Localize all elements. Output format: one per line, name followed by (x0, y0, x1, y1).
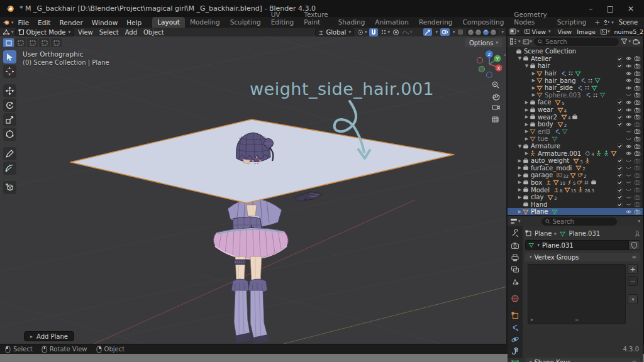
hide-viewport-toggle[interactable] (625, 136, 632, 142)
add-vertex-group-button[interactable]: + (628, 264, 638, 274)
hide-viewport-toggle[interactable] (625, 55, 632, 62)
overlays-dropdown-chevron[interactable]: ▾ (453, 30, 455, 35)
properties-tab-object[interactable] (508, 310, 523, 321)
show-overlays-toggle[interactable] (440, 28, 450, 36)
viewport-menu-add[interactable]: Add (122, 29, 140, 36)
exclude-checkbox[interactable] (616, 187, 623, 193)
outliner-row-model[interactable]: ▶Model81526.3 (508, 186, 643, 194)
blender-menu-icon[interactable]: ▾ (3, 19, 14, 26)
tool-add-cube-button[interactable] (3, 181, 16, 194)
falloff-dropdown[interactable]: ▾ (402, 29, 413, 35)
hide-viewport-toggle[interactable] (625, 172, 632, 178)
outliner-row-wear2[interactable]: ▶wear24 (508, 113, 643, 121)
gizmos-dropdown-chevron[interactable]: ▾ (435, 30, 438, 35)
hide-viewport-toggle[interactable] (625, 158, 632, 164)
workspace-tab-shading[interactable]: Shading (333, 17, 370, 28)
tool-select-box-button[interactable] (3, 50, 16, 63)
editor-type-icon[interactable]: ▾ (3, 29, 14, 36)
new-collection-icon[interactable] (633, 38, 640, 45)
pivot-point-dropdown[interactable]: ▾ (357, 29, 367, 36)
hide-viewport-toggle[interactable] (625, 165, 632, 171)
hide-viewport-toggle[interactable] (625, 99, 632, 106)
properties-options-chevron[interactable]: ▾ (638, 219, 640, 224)
pin-icon[interactable] (635, 231, 640, 237)
disable-render-toggle[interactable] (633, 128, 641, 134)
fake-user-shield-icon[interactable] (629, 240, 640, 250)
expand-arrow-icon[interactable]: ▶ (531, 78, 536, 83)
workspace-tab-layout[interactable]: Layout (152, 17, 185, 28)
viewport-canvas[interactable]: weight_side_hair.001 Z Y X (0, 36, 506, 344)
select-mode-subtract-button[interactable] (39, 38, 50, 47)
operator-panel[interactable]: ▸ Add Plane (24, 331, 74, 341)
exclude-checkbox[interactable] (616, 180, 623, 185)
exclude-checkbox[interactable] (616, 107, 623, 112)
disable-render-toggle[interactable] (633, 77, 641, 84)
hide-viewport-toggle[interactable] (625, 201, 632, 207)
properties-tab-modifiers[interactable] (508, 322, 523, 332)
menu-file[interactable]: File (14, 18, 34, 27)
character-hand[interactable] (294, 192, 323, 201)
image-editor-type-icon[interactable]: ▾ (509, 28, 519, 35)
expand-arrow-icon[interactable]: ▶ (531, 92, 536, 97)
exclude-checkbox[interactable] (616, 99, 623, 105)
disable-render-toggle[interactable] (633, 172, 641, 178)
outliner-row-armature-001[interactable]: ▶Armature.0014 (508, 150, 643, 157)
expand-arrow-icon[interactable]: ▶ (517, 180, 523, 185)
add-workspace-button[interactable]: + (591, 17, 603, 28)
breadcrumb-data[interactable]: Plane.031 (569, 230, 600, 237)
outliner-row-sphere-003[interactable]: ▶Sphere.003 (508, 92, 643, 99)
expand-arrow-icon[interactable]: ▶ (524, 151, 530, 156)
image-view-mode-dropdown[interactable]: View▾ (521, 28, 554, 35)
outliner-row-tue[interactable]: ▶tue (508, 135, 643, 143)
outliner-row-clay[interactable]: ▶clay2 (508, 194, 643, 201)
vertex-groups-list[interactable]: ▸ ≡ (528, 264, 626, 324)
hide-viewport-toggle[interactable] (625, 77, 632, 84)
snap-toggle-magnet-icon[interactable] (369, 28, 378, 36)
exclude-checkbox[interactable] (616, 56, 623, 62)
outliner-row-face[interactable]: ▶face5 (508, 99, 643, 106)
viewport-menu-select[interactable]: Select (96, 29, 122, 36)
image-menu-view[interactable]: View (556, 28, 574, 35)
workspace-tab-modeling[interactable]: Modeling (185, 17, 225, 28)
workspace-tab-uv-editing[interactable]: UV Editing (266, 9, 299, 28)
outliner-row-body[interactable]: ▶body2 (508, 121, 643, 128)
outliner-row-box[interactable]: ▶box105 (508, 179, 643, 187)
outliner-row-plane[interactable]: ▶Plane (508, 208, 643, 215)
hide-viewport-toggle[interactable] (625, 128, 632, 134)
viewport-menu-object[interactable]: Object (140, 29, 167, 36)
hide-viewport-toggle[interactable] (625, 121, 632, 128)
remove-vertex-group-button[interactable]: − (628, 276, 638, 286)
tool-measure-button[interactable] (3, 162, 16, 175)
disable-render-toggle[interactable] (633, 70, 641, 77)
menu-window[interactable]: Window (87, 18, 122, 27)
hide-viewport-toggle[interactable] (625, 70, 632, 77)
properties-tab-output[interactable] (508, 253, 523, 263)
menu-help[interactable]: Help (122, 18, 146, 27)
outliner-row-erib[interactable]: ▶eriB (508, 128, 643, 136)
proportional-edit-icon[interactable] (392, 29, 399, 36)
workspace-tab-texture-paint[interactable]: Texture Paint (299, 9, 333, 28)
expand-arrow-icon[interactable]: ▶ (531, 85, 536, 90)
select-mode-intersect-button[interactable] (51, 38, 62, 47)
outliner-row-hair[interactable]: ▶hair (508, 70, 643, 77)
expand-arrow-icon[interactable]: ▶ (524, 122, 530, 127)
disable-render-toggle[interactable] (633, 201, 641, 207)
outliner-row-hand[interactable]: Hand (508, 200, 643, 208)
workspace-tab-rendering[interactable]: Rendering (414, 17, 458, 28)
disable-render-toggle[interactable] (633, 121, 641, 128)
tool-annotate-button[interactable] (3, 147, 16, 160)
outliner-search[interactable] (534, 38, 619, 46)
mode-dropdown[interactable]: Object Mode ▾ (15, 28, 74, 36)
select-mode-tweak-button[interactable] (3, 38, 14, 47)
tool-move-button[interactable] (3, 84, 16, 97)
list-grip-icon[interactable]: ≡ (575, 317, 579, 323)
snap-settings-dropdown[interactable]: ▾ (380, 29, 390, 35)
expand-arrow-icon[interactable]: ▶ (517, 173, 523, 178)
disable-render-toggle[interactable] (633, 85, 641, 91)
viewport-nav-icons[interactable] (492, 82, 499, 122)
properties-tab-scene[interactable] (508, 277, 523, 287)
expand-arrow-icon[interactable]: ▶ (524, 136, 530, 141)
disable-render-toggle[interactable] (633, 143, 641, 150)
exclude-checkbox[interactable] (616, 121, 623, 127)
select-mode-box-button[interactable] (15, 38, 26, 47)
